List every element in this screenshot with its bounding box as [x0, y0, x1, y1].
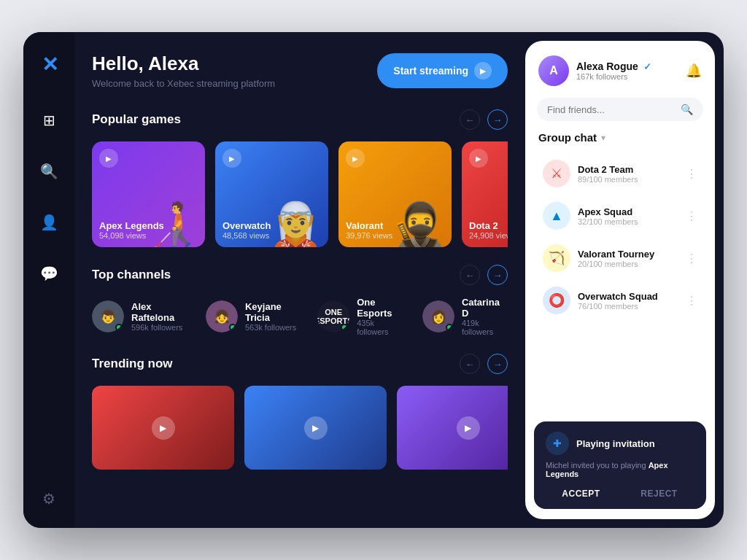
more-options-icon[interactable]: ⋮ [686, 209, 697, 223]
channel-name-catarina: Catarina D [462, 297, 508, 319]
channel-item-one-esports[interactable]: ONEESPORTS One Esports 435k followers [317, 297, 408, 336]
chat-avatar-apex: ▲ [543, 202, 570, 230]
trending-section-header: Trending now ← → [92, 354, 508, 374]
channel-item-alex[interactable]: 👦 Alex Raftelona 596k followers [92, 300, 191, 332]
chat-item-apex[interactable]: ▲ Apex Squad 32/100 members ⋮ [531, 195, 709, 237]
game-views-apex: 54,098 views [99, 231, 198, 240]
channel-info-keyjane: Keyjane Tricia 563k followers [245, 301, 303, 332]
group-chat-header: Group chat ▾ [525, 131, 715, 152]
top-channels-title: Top channels [92, 268, 171, 282]
chat-members-valorant: 20/100 members [578, 260, 654, 268]
reject-button[interactable]: REJECT [624, 489, 694, 499]
chat-name-overwatch: Overwatch Squad [578, 291, 658, 302]
trending-prev-button[interactable]: ← [460, 354, 480, 374]
trending-card-1[interactable]: ▶ [92, 386, 234, 470]
trending-card-2[interactable]: ▶ [244, 386, 387, 470]
channel-followers-one-esports: 435k followers [357, 319, 408, 336]
trending-play-icon: ▶ [457, 416, 480, 440]
chat-item-valorant[interactable]: 🏹 Valorant Tourney 20/100 members ⋮ [531, 237, 709, 279]
chat-members-overwatch: 76/100 members [578, 302, 658, 311]
start-streaming-button[interactable]: Start streaming ▶ [377, 53, 508, 88]
trending-nav-arrows: ← → [460, 354, 508, 374]
chat-avatar-dota: ⚔ [543, 160, 570, 187]
channel-name-keyjane: Keyjane Tricia [245, 301, 303, 323]
channel-avatar-keyjane: 👧 [206, 300, 238, 332]
greeting-text: Hello, Alexa [92, 52, 275, 75]
sidebar-item-settings[interactable]: ⚙ [42, 490, 55, 508]
channel-info-one-esports: One Esports 435k followers [357, 297, 408, 336]
chat-avatar-valorant: 🏹 [543, 244, 570, 272]
popular-games-row: ▶ 🧑‍🦯 Apex Legends 54,098 views ▶ 🧝 Over… [92, 141, 508, 247]
subtitle-text: Welcome back to Xebec streaming platform [92, 78, 275, 89]
chat-item-overwatch[interactable]: ⭕ Overwatch Squad 76/100 members ⋮ [531, 279, 709, 322]
channels-row: 👦 Alex Raftelona 596k followers 👧 Keyjan… [92, 297, 508, 336]
trending-next-button[interactable]: → [487, 354, 508, 374]
chat-item-dota[interactable]: ⚔ Dota 2 Team 89/100 members ⋮ [531, 152, 709, 195]
trending-play-icon: ▶ [152, 416, 175, 440]
online-indicator [341, 324, 348, 331]
game-card-valorant[interactable]: ▶ 🥷 Valorant 39,976 views [338, 141, 452, 247]
chat-name-valorant: Valorant Tourney [578, 249, 654, 260]
app-logo: ✕ [42, 52, 57, 77]
invitation-header: ✚ Playing invitation [546, 432, 694, 455]
panel-user-name: Alexa Rogue ✓ [576, 61, 651, 72]
sidebar-item-chat[interactable]: 💬 [34, 259, 64, 288]
notification-bell-icon[interactable]: 🔔 [686, 63, 702, 79]
panel-header: A Alexa Rogue ✓ 167k followers 🔔 [525, 41, 715, 98]
more-options-icon[interactable]: ⋮ [686, 294, 697, 308]
channel-followers-catarina: 419k followers [462, 319, 508, 336]
channels-next-button[interactable]: → [487, 265, 508, 285]
invitation-actions: ACCEPT REJECT [546, 489, 694, 499]
search-input[interactable] [547, 104, 675, 115]
panel-user: A Alexa Rogue ✓ 167k followers [538, 55, 651, 86]
group-chat-title: Group chat [538, 131, 597, 144]
online-indicator [229, 324, 236, 331]
popular-games-title: Popular games [92, 112, 181, 127]
chat-info-apex: Apex Squad 32/100 members [578, 206, 638, 226]
game-play-icon: ▶ [222, 149, 241, 168]
sidebar-item-search[interactable]: 🔍 [34, 157, 64, 186]
game-views-dota: 24,908 views [469, 231, 508, 240]
header: Hello, Alexa Welcome back to Xebec strea… [92, 52, 508, 89]
game-name-overwatch: Overwatch [222, 220, 321, 231]
more-options-icon[interactable]: ⋮ [686, 167, 697, 181]
games-prev-button[interactable]: ← [460, 109, 480, 130]
trending-card-3[interactable]: ▶ [397, 386, 508, 470]
game-name-valorant: Valorant [346, 220, 444, 231]
invitation-card: ✚ Playing invitation Michel invited you … [534, 421, 706, 509]
game-play-icon: ▶ [469, 149, 488, 168]
sidebar-item-profile[interactable]: 👤 [34, 208, 64, 237]
sidebar-item-dashboard[interactable]: ⊞ [37, 106, 61, 135]
games-next-button[interactable]: → [487, 109, 508, 130]
game-views-overwatch: 48,568 views [222, 231, 321, 240]
game-card-apex[interactable]: ▶ 🧑‍🦯 Apex Legends 54,098 views [92, 141, 205, 247]
channel-item-catarina[interactable]: 👩 Catarina D 419k followers [422, 297, 508, 336]
channel-name-one-esports: One Esports [357, 297, 408, 319]
game-card-overwatch[interactable]: ▶ 🧝 Overwatch 48,568 views [215, 141, 328, 247]
chat-name-dota: Dota 2 Team [578, 164, 638, 175]
search-icon: 🔍 [681, 104, 693, 115]
top-channels-section-header: Top channels ← → [92, 265, 508, 285]
channel-followers-alex: 596k followers [131, 323, 191, 332]
channel-avatar-alex: 👦 [92, 300, 124, 332]
invitation-title: Playing invitation [576, 438, 655, 449]
channels-prev-button[interactable]: ← [460, 265, 480, 285]
chevron-down-icon: ▾ [601, 133, 605, 143]
verified-badge: ✓ [643, 61, 651, 72]
chat-avatar-overwatch: ⭕ [543, 287, 570, 314]
right-panel: A Alexa Rogue ✓ 167k followers 🔔 🔍 Group… [525, 41, 715, 519]
panel-user-info: Alexa Rogue ✓ 167k followers [576, 61, 651, 81]
header-left: Hello, Alexa Welcome back to Xebec strea… [92, 52, 275, 89]
channel-name-alex: Alex Raftelona [131, 301, 191, 323]
channel-item-keyjane[interactable]: 👧 Keyjane Tricia 563k followers [206, 300, 303, 332]
game-views-valorant: 39,976 views [346, 231, 444, 240]
channel-info-catarina: Catarina D 419k followers [462, 297, 508, 336]
accept-button[interactable]: ACCEPT [546, 489, 616, 499]
more-options-icon[interactable]: ⋮ [686, 252, 697, 265]
chat-info-valorant: Valorant Tourney 20/100 members [578, 249, 654, 268]
trending-title: Trending now [92, 357, 173, 371]
game-name-dota: Dota 2 [469, 220, 508, 231]
search-bar[interactable]: 🔍 [537, 98, 703, 121]
game-card-dota[interactable]: ▶ 🦸 Dota 2 24,908 views [462, 141, 508, 247]
invitation-game: Apex Legends [546, 461, 668, 478]
